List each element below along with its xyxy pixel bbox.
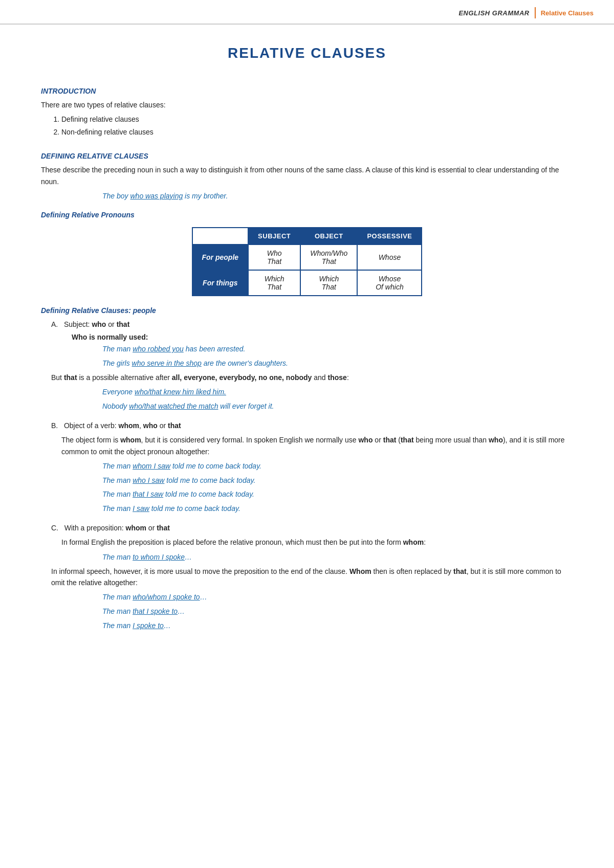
example-c4: The man I spoke to… (102, 620, 573, 632)
bold-that3: that (157, 524, 170, 532)
topic-label: Relative Clauses (541, 9, 594, 17)
example-c1: The man to whom I spoke… (102, 551, 573, 564)
letter-a: A. (51, 320, 62, 328)
bold-that2: that (168, 421, 181, 430)
bold-who: who (92, 320, 106, 328)
bold-that: that (117, 320, 130, 328)
example-b4: The man I saw told me to come back today… (102, 503, 573, 515)
informal-text: In informal speech, however, it is more … (51, 566, 573, 589)
table-header-subject: SUBJECT (248, 228, 300, 244)
defining-example: The boy who was playing is my brother. (102, 190, 573, 203)
pronouns-table: SUBJECT OBJECT POSSESSIVE For people Who… (192, 227, 423, 296)
part-c-header: C. With a preposition: whom or that (41, 522, 573, 533)
bold-whom: whom (119, 421, 139, 430)
table-header-empty (192, 228, 249, 244)
who-used-label: Who is normally used: (72, 333, 573, 341)
cell-people-possessive: Whose (357, 244, 422, 270)
cell-things-subject: WhichThat (248, 270, 300, 296)
cell-things-object: WhichThat (300, 270, 357, 296)
example-a1: The man who robbed you has been arrested… (102, 343, 573, 355)
defining-section: DEFINING RELATIVE CLAUSES These describe… (41, 152, 573, 632)
prep-text1: In formal English the preposition is pla… (61, 537, 573, 548)
example-b1: The man whom I saw told me to come back … (102, 460, 573, 473)
cell-people-object: Whom/WhoThat (300, 244, 357, 270)
list-item: Defining relative clauses (61, 114, 573, 125)
table-header-possessive: POSSESSIVE (357, 228, 422, 244)
header: ENGLISH GRAMMAR Relative Clauses (0, 0, 614, 25)
defining-description: These describe the preceding noun in suc… (41, 164, 573, 187)
grammar-label: ENGLISH GRAMMAR (458, 9, 529, 17)
page-title: RELATIVE CLAUSES (41, 45, 573, 61)
part-b: B. Object of a verb: whom, who or that T… (41, 420, 573, 515)
pronouns-heading: Defining Relative Pronouns (41, 211, 573, 219)
example-but2: Nobody who/that watched the match will e… (102, 400, 573, 413)
example-c3: The man that I spoke to… (102, 606, 573, 618)
example-b3: The man that I saw told me to come back … (102, 488, 573, 501)
part-c: C. With a preposition: whom or that In f… (41, 522, 573, 632)
people-sub-heading: Defining Relative Clauses: people (41, 306, 573, 315)
table-row: For people WhoThat Whom/WhoThat Whose (192, 244, 422, 270)
intro-text: There are two types of relative clauses: (41, 99, 573, 110)
letter-b: B. (51, 421, 62, 430)
row-label-people: For people (192, 244, 249, 270)
letter-c: C. (51, 524, 62, 532)
header-divider (535, 7, 536, 18)
table-header-object: OBJECT (300, 228, 357, 244)
bold-who2: who (143, 421, 158, 430)
list-item: Non-defining relative clauses (61, 126, 573, 138)
part-a: A. Subject: who or that Who is normally … (41, 319, 573, 413)
example-a2: The girls who serve in the shop are the … (102, 358, 573, 370)
example-c2: The man who/whom I spoke to… (102, 591, 573, 604)
table-row: For things WhichThat WhichThat WhoseOf w… (192, 270, 422, 296)
table-container: SUBJECT OBJECT POSSESSIVE For people Who… (41, 227, 573, 296)
defining-heading: DEFINING RELATIVE CLAUSES (41, 152, 573, 160)
but-that-line: But that is a possible alternative after… (51, 372, 573, 383)
introduction-section: INTRODUCTION There are two types of rela… (41, 87, 573, 138)
intro-list: Defining relative clauses Non-defining r… (61, 114, 573, 138)
bold-whom2: whom (126, 524, 146, 532)
obj-text1: The object form is whom, but it is consi… (61, 434, 573, 457)
cell-people-subject: WhoThat (248, 244, 300, 270)
main-content: RELATIVE CLAUSES INTRODUCTION There are … (0, 25, 614, 677)
introduction-heading: INTRODUCTION (41, 87, 573, 95)
cell-things-possessive: WhoseOf which (357, 270, 422, 296)
example-b2: The man who I saw told me to come back t… (102, 475, 573, 487)
part-b-header: B. Object of a verb: whom, who or that (41, 420, 573, 431)
part-a-header: A. Subject: who or that (41, 319, 573, 330)
row-label-things: For things (192, 270, 249, 296)
example-but1: Everyone who/that knew him liked him. (102, 386, 573, 398)
